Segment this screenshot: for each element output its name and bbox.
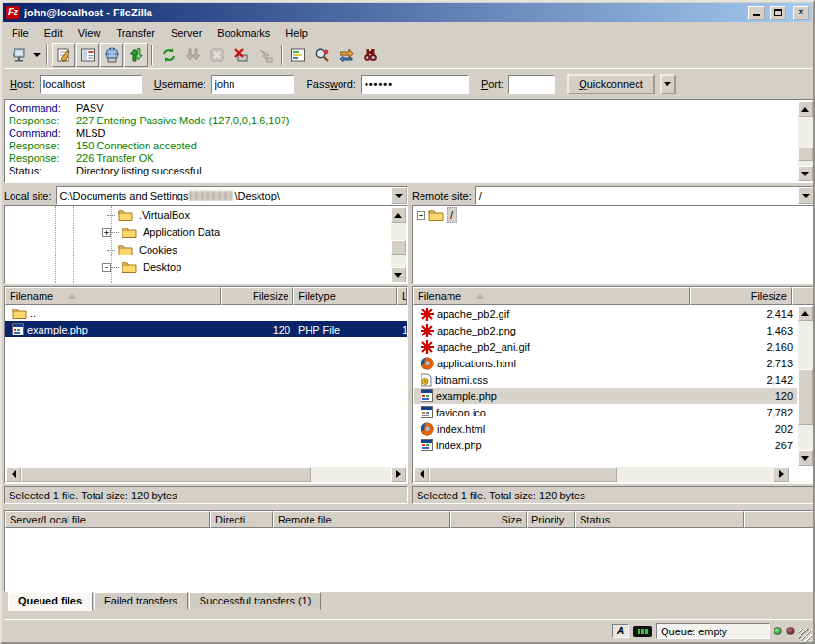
tree-item-label[interactable]: Desktop bbox=[140, 260, 184, 274]
port-input[interactable] bbox=[508, 75, 555, 94]
speedlimit-icon[interactable] bbox=[633, 626, 652, 637]
remote-file-list: Filename Filesize apache_pb2.gif 2,414 a… bbox=[412, 286, 815, 484]
remote-list-hscrollbar-track[interactable] bbox=[429, 467, 774, 482]
remote-list-hscrollbar-thumb[interactable] bbox=[429, 467, 617, 482]
cancel-operation-button[interactable] bbox=[205, 43, 229, 67]
remote-file-row[interactable]: apache_pb2.png 1,463 bbox=[414, 322, 797, 338]
quickconnect-button[interactable]: Quickconnect bbox=[567, 74, 655, 94]
tree-item-label[interactable]: Application Data bbox=[140, 226, 223, 239]
compare-button[interactable] bbox=[311, 43, 334, 67]
column-header-filesize[interactable]: Filesize bbox=[221, 287, 293, 305]
local-site-combo[interactable]: C:\Documents and Settings\Desktop\ bbox=[56, 186, 408, 205]
menu-server[interactable]: Server bbox=[163, 25, 209, 40]
quickconnect-dropdown[interactable] bbox=[660, 74, 676, 94]
column-header-filesize[interactable]: Filesize bbox=[690, 287, 792, 305]
log-scrollbar-thumb[interactable] bbox=[798, 148, 813, 161]
remote-site-combo-dropdown[interactable] bbox=[798, 187, 814, 204]
tree-item-label[interactable]: / bbox=[447, 207, 457, 223]
column-header-remote-file[interactable]: Remote file bbox=[273, 511, 450, 528]
local-list-hscrollbar-track[interactable] bbox=[21, 467, 391, 482]
local-tree-scrollbar-track[interactable] bbox=[391, 223, 406, 267]
remote-file-row[interactable]: apache_pb2.gif 2,414 bbox=[414, 306, 797, 322]
toggle-queue-button[interactable] bbox=[124, 43, 148, 67]
log-scrollbar-track[interactable] bbox=[798, 117, 813, 166]
remote-list-scroll-left-button[interactable] bbox=[414, 467, 429, 482]
maximize-button[interactable] bbox=[770, 6, 786, 20]
remote-file-row[interactable]: index.html 202 bbox=[414, 420, 797, 437]
toggle-message-log-button[interactable] bbox=[52, 43, 75, 67]
tree-item[interactable]: Cookies bbox=[5, 241, 407, 258]
tree-item[interactable]: - Desktop bbox=[5, 258, 407, 276]
ascii-datatype-icon[interactable]: A bbox=[612, 624, 629, 638]
local-file-row[interactable]: .. bbox=[5, 305, 407, 321]
collapse-minus-icon[interactable]: - bbox=[102, 263, 111, 272]
remote-site-combo[interactable]: / bbox=[475, 186, 815, 205]
refresh-button[interactable] bbox=[157, 43, 180, 67]
remote-list-scroll-right-button[interactable] bbox=[774, 467, 789, 482]
remote-list-scroll-down-button[interactable] bbox=[798, 450, 813, 466]
folder-icon bbox=[122, 227, 137, 238]
local-list-scroll-left-button[interactable] bbox=[6, 467, 21, 482]
expand-plus-icon[interactable]: + bbox=[417, 211, 425, 220]
tree-item-label[interactable]: .VirtualBox bbox=[136, 208, 193, 222]
log-scroll-down-button[interactable] bbox=[798, 166, 813, 181]
column-header-server-local-file[interactable]: Server/Local file bbox=[5, 511, 210, 528]
process-queue-button[interactable] bbox=[181, 43, 204, 67]
remote-file-row[interactable]: applications.html 2,713 bbox=[414, 355, 797, 371]
username-input[interactable] bbox=[211, 75, 294, 94]
column-header-priority[interactable]: Priority bbox=[527, 511, 575, 528]
remote-file-row[interactable]: apache_pb2_ani.gif 2,160 bbox=[414, 338, 797, 355]
password-input[interactable] bbox=[361, 75, 469, 94]
menu-help[interactable]: Help bbox=[278, 25, 315, 40]
site-manager-dropdown[interactable] bbox=[31, 44, 42, 66]
disconnect-button[interactable] bbox=[230, 43, 253, 67]
remote-list-vscrollbar-track[interactable] bbox=[798, 321, 813, 450]
filter-button[interactable] bbox=[286, 43, 310, 67]
column-header-direction[interactable]: Directi... bbox=[210, 511, 273, 528]
column-header-size[interactable]: Size bbox=[450, 511, 527, 528]
column-header-status[interactable]: Status bbox=[575, 511, 744, 528]
sync-browsing-button[interactable] bbox=[335, 43, 358, 67]
tree-item[interactable]: + / bbox=[413, 206, 814, 224]
tab-failed-transfers[interactable]: Failed transfers bbox=[94, 592, 188, 610]
tab-successful-transfers[interactable]: Successful transfers (1) bbox=[189, 592, 322, 610]
menu-file[interactable]: File bbox=[4, 25, 37, 40]
tree-item[interactable]: + Application Data bbox=[5, 224, 407, 241]
remote-file-row-selected[interactable]: example.php 120 bbox=[414, 388, 797, 404]
menu-transfer[interactable]: Transfer bbox=[108, 25, 163, 40]
local-list-hscrollbar-thumb[interactable] bbox=[21, 467, 311, 482]
tree-item[interactable]: .VirtualBox bbox=[5, 206, 407, 224]
toggle-remote-tree-button[interactable] bbox=[100, 43, 123, 67]
minimize-button[interactable] bbox=[748, 6, 765, 20]
find-button[interactable] bbox=[359, 43, 382, 67]
expand-plus-icon[interactable]: + bbox=[102, 228, 111, 237]
remote-list-vscrollbar-thumb[interactable] bbox=[798, 369, 813, 425]
remote-file-row[interactable]: index.php 267 bbox=[414, 437, 797, 453]
log-scroll-up-button[interactable] bbox=[798, 101, 813, 117]
remote-file-row[interactable]: favicon.ico 7,782 bbox=[414, 404, 797, 420]
local-tree-scroll-up-button[interactable] bbox=[391, 207, 406, 223]
local-site-combo-dropdown[interactable] bbox=[391, 187, 407, 204]
reconnect-button[interactable] bbox=[254, 43, 277, 67]
menu-bookmarks[interactable]: Bookmarks bbox=[209, 25, 278, 40]
tab-queued-files[interactable]: Queued files bbox=[8, 592, 93, 611]
close-button[interactable]: × bbox=[793, 6, 809, 20]
column-header-filetype[interactable]: Filetype bbox=[293, 287, 397, 305]
site-manager-button[interactable] bbox=[7, 43, 30, 67]
menu-view[interactable]: View bbox=[70, 25, 109, 40]
column-header-filename[interactable]: Filename bbox=[413, 287, 690, 305]
local-file-row-selected[interactable]: example.php 120 PHP File 1 bbox=[5, 321, 407, 337]
title-bar[interactable]: Fz john@localhost - FileZilla × bbox=[3, 3, 812, 22]
column-header-last-modified[interactable]: L bbox=[397, 287, 407, 305]
tree-item-label[interactable]: Cookies bbox=[136, 243, 180, 256]
local-tree-scrollbar-thumb[interactable] bbox=[391, 240, 406, 255]
local-list-scroll-right-button[interactable] bbox=[391, 467, 406, 482]
host-input[interactable] bbox=[40, 75, 142, 94]
local-tree-scroll-down-button[interactable] bbox=[391, 267, 406, 282]
remote-list-scroll-up-button[interactable] bbox=[798, 306, 813, 321]
resize-grip[interactable] bbox=[799, 629, 812, 642]
menu-edit[interactable]: Edit bbox=[37, 25, 70, 40]
remote-file-row[interactable]: bitnami.css 2,142 bbox=[414, 371, 797, 388]
toggle-local-tree-button[interactable] bbox=[76, 43, 99, 67]
column-header-filename[interactable]: Filename bbox=[5, 287, 221, 305]
